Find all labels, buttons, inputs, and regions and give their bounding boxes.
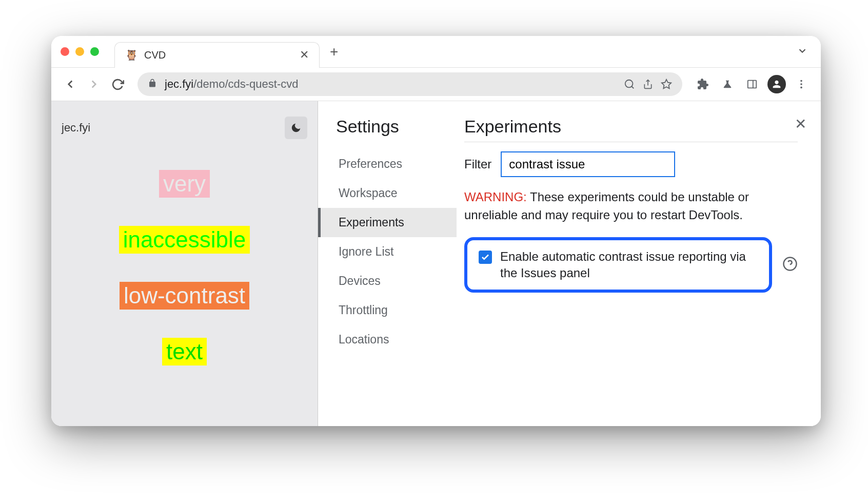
new-tab-button[interactable]: +: [330, 44, 338, 60]
sidepanel-icon[interactable]: [742, 74, 762, 94]
nav-workspace[interactable]: Workspace: [336, 179, 457, 208]
svg-line-1: [632, 86, 634, 88]
address-bar[interactable]: jec.fyi/demo/cds-quest-cvd: [137, 72, 682, 96]
svg-point-8: [800, 87, 802, 89]
browser-tab[interactable]: 🦉 CVD ✕: [114, 42, 320, 68]
demo-word: very: [159, 170, 210, 198]
theme-toggle-button[interactable]: [285, 117, 307, 139]
svg-rect-4: [748, 81, 757, 88]
svg-point-7: [800, 83, 802, 85]
help-icon[interactable]: [782, 256, 798, 274]
labs-icon[interactable]: [717, 74, 738, 94]
filter-label: Filter: [464, 157, 491, 171]
devtools-settings-panel: ✕ Settings Preferences Workspace Experim…: [318, 101, 821, 426]
url-text: jec.fyi/demo/cds-quest-cvd: [165, 78, 616, 91]
page-header: jec.fyi: [62, 117, 307, 139]
window-maximize-button[interactable]: [90, 47, 99, 56]
nav-ignore-list[interactable]: Ignore List: [336, 237, 457, 266]
toolbar: jec.fyi/demo/cds-quest-cvd: [51, 68, 821, 101]
demo-word: text: [162, 338, 207, 366]
nav-locations[interactable]: Locations: [336, 325, 457, 354]
zoom-icon[interactable]: [624, 79, 635, 90]
svg-marker-3: [662, 80, 671, 88]
extensions-icon[interactable]: [693, 74, 713, 94]
settings-title: Settings: [336, 117, 457, 137]
reload-button[interactable]: [108, 74, 127, 94]
tab-bar: 🦉 CVD ✕ +: [51, 36, 821, 68]
bookmark-icon[interactable]: [661, 79, 672, 90]
check-icon: [481, 253, 490, 262]
warning-text: WARNING: These experiments could be unst…: [464, 188, 798, 224]
experiment-label: Enable automatic contrast issue reportin…: [500, 248, 758, 282]
window-controls: [61, 47, 99, 56]
window-minimize-button[interactable]: [75, 47, 84, 56]
demo-word: low-contrast: [120, 282, 249, 310]
close-settings-button[interactable]: ✕: [795, 116, 806, 132]
window-close-button[interactable]: [61, 47, 69, 56]
back-button[interactable]: [61, 74, 80, 94]
filter-row: Filter: [464, 151, 798, 177]
settings-sidebar: Settings Preferences Workspace Experimen…: [318, 101, 457, 426]
experiment-checkbox[interactable]: [479, 251, 492, 264]
profile-avatar[interactable]: [766, 74, 787, 94]
svg-point-0: [625, 80, 633, 88]
lock-icon: [148, 79, 157, 90]
nav-experiments[interactable]: Experiments: [318, 208, 457, 237]
settings-nav: Preferences Workspace Experiments Ignore…: [336, 149, 457, 354]
page-content: jec.fyi very inaccessible low-contrast t…: [51, 101, 318, 426]
nav-throttling[interactable]: Throttling: [336, 296, 457, 325]
forward-button[interactable]: [84, 74, 104, 94]
tab-title: CVD: [144, 49, 293, 61]
moon-icon: [290, 122, 302, 133]
menu-button[interactable]: [791, 74, 812, 94]
demo-word: inaccessible: [119, 226, 250, 254]
settings-content: Experiments Filter WARNING: These experi…: [457, 101, 821, 426]
svg-point-6: [800, 80, 802, 82]
experiment-item[interactable]: Enable automatic contrast issue reportin…: [464, 237, 772, 293]
tabs-dropdown-button[interactable]: [797, 45, 808, 59]
tab-close-button[interactable]: ✕: [300, 48, 309, 62]
nav-preferences[interactable]: Preferences: [336, 149, 457, 179]
filter-input[interactable]: [501, 151, 675, 177]
browser-window: 🦉 CVD ✕ + jec.fyi/demo/cds-quest-cvd: [51, 36, 821, 426]
demo-words: very inaccessible low-contrast text: [62, 170, 307, 366]
content-area: jec.fyi very inaccessible low-contrast t…: [51, 101, 821, 426]
site-name: jec.fyi: [62, 121, 90, 134]
experiment-row: Enable automatic contrast issue reportin…: [464, 237, 798, 293]
share-icon[interactable]: [643, 79, 653, 89]
experiments-title: Experiments: [464, 117, 798, 142]
tab-favicon: 🦉: [125, 49, 138, 61]
warning-label: WARNING:: [464, 190, 527, 204]
nav-devices[interactable]: Devices: [336, 266, 457, 296]
